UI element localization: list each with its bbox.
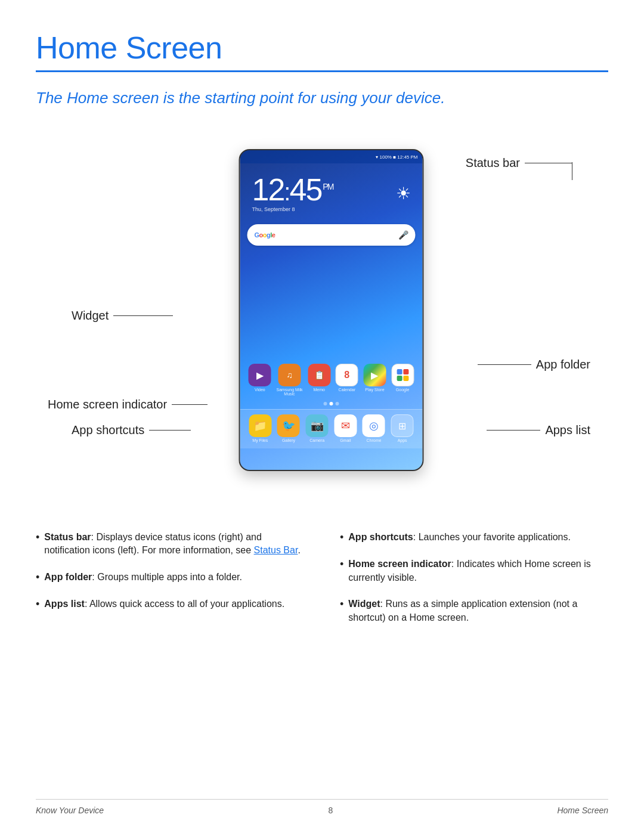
phone-status-bar: ▾ 100% ■ 12:45 PM — [240, 150, 423, 163]
app-folder-line — [478, 364, 531, 365]
app-folder-annotation-label: App folder — [536, 358, 590, 371]
status-bar-link[interactable]: Status Bar — [254, 545, 298, 555]
music-label: Samsung Milk Music — [276, 388, 302, 396]
phone-dock: 📁 My Files 🐦 Gallery 📷 Camera — [240, 409, 423, 448]
home-indicator-annotation-label: Home screen indicator — [48, 398, 167, 411]
dock-apps[interactable]: ⊞ Apps — [391, 414, 414, 442]
phone-mockup: ▾ 100% ■ 12:45 PM 12:45PM Thu, September… — [239, 149, 424, 471]
bullet-home-indicator-term: Home screen indicator — [348, 559, 451, 569]
footer-right: Home Screen — [557, 806, 608, 815]
video-label: Video — [255, 388, 265, 392]
google-logo: Google — [255, 231, 275, 239]
bullet-widget: • Widget: Runs as a simple application e… — [340, 597, 608, 624]
status-bar-text: ▾ 100% ■ 12:45 PM — [376, 154, 417, 160]
home-screen-dots — [240, 398, 423, 409]
memo-label: Memo — [313, 388, 324, 392]
widget-line — [113, 315, 173, 316]
bullet-col-right: • App shortcuts: Launches your favorite … — [340, 531, 608, 624]
home-indicator-line — [172, 404, 208, 405]
phone-weather-icon: ☀ — [396, 184, 411, 203]
status-bar-annotation-label: Status bar — [466, 156, 520, 170]
bullet-home-indicator: • Home screen indicator: Indicates which… — [340, 558, 608, 584]
calendar-icon: 8 — [336, 364, 358, 386]
clock-pm: PM — [323, 182, 333, 191]
annotation-apps-list: Apps list — [487, 423, 590, 437]
app-memo[interactable]: 📋 Memo — [308, 364, 330, 396]
phone-clock-area: 12:45PM Thu, September 8 ☀ — [240, 163, 423, 218]
bullet-app-folder: • App folder: Groups multiple apps into … — [36, 571, 304, 584]
playstore-label: Play Store — [365, 388, 384, 392]
music-icon: ♫ — [278, 364, 301, 386]
bullet-apps-list-term: Apps list — [44, 599, 85, 609]
bullet-status-bar-term: Status bar — [44, 532, 91, 542]
apps-row: ▶ Video ♫ Samsung Milk Music 📋 Memo — [240, 359, 423, 398]
status-bar-line-v — [572, 162, 572, 180]
bullet-app-folder-term: App folder — [44, 572, 92, 582]
bullet-apps-list: • Apps list: Allows quick access to all … — [36, 597, 304, 611]
app-shortcuts-annotation-label: App shortcuts — [72, 423, 144, 437]
apps-list-line — [487, 430, 540, 431]
camera-label: Camera — [309, 438, 324, 442]
app-calendar[interactable]: 8 Calendar — [336, 364, 358, 396]
memo-icon: 📋 — [308, 364, 330, 386]
title-divider — [36, 70, 608, 72]
bullet-widget-term: Widget — [348, 599, 380, 609]
annotation-widget: Widget — [72, 309, 173, 323]
bullet-section: • Status bar: Displays device status ico… — [36, 531, 608, 624]
myfiles-icon: 📁 — [249, 414, 271, 437]
bullet-app-shortcuts: • App shortcuts: Launches your favorite … — [340, 531, 608, 544]
page-title: Home Screen — [36, 30, 608, 66]
dot-3 — [336, 402, 339, 405]
annotation-app-shortcuts: App shortcuts — [72, 423, 191, 437]
annotation-status-bar: Status bar — [466, 156, 572, 170]
camera-icon: 📷 — [306, 414, 329, 437]
app-playstore[interactable]: ▶ Play Store — [363, 364, 386, 396]
dock-myfiles[interactable]: 📁 My Files — [249, 414, 271, 442]
chrome-label: Chrome — [367, 438, 382, 442]
dock-chrome[interactable]: ◎ Chrome — [363, 414, 385, 442]
app-video[interactable]: ▶ Video — [249, 364, 271, 396]
diagram-container: ▾ 100% ■ 12:45 PM 12:45PM Thu, September… — [36, 131, 608, 501]
apps-list-annotation-label: Apps list — [545, 423, 590, 437]
bullet-app-shortcuts-term: App shortcuts — [348, 532, 413, 542]
video-icon: ▶ — [249, 364, 271, 386]
phone-search-widget[interactable]: Google 🎤 — [247, 224, 416, 246]
app-music[interactable]: ♫ Samsung Milk Music — [276, 364, 302, 396]
dock-camera[interactable]: 📷 Camera — [306, 414, 329, 442]
gmail-label: Gmail — [340, 438, 351, 442]
bullet-col-left: • Status bar: Displays device status ico… — [36, 531, 304, 624]
phone-middle-area — [240, 252, 423, 347]
status-bar-line — [525, 163, 572, 163]
google-folder-icon — [391, 364, 414, 386]
annotation-app-folder: App folder — [478, 358, 590, 371]
calendar-label: Calendar — [339, 388, 355, 392]
phone-clock: 12:45PM — [252, 174, 333, 205]
dock-gmail[interactable]: ✉ Gmail — [334, 414, 357, 442]
footer-left: Know Your Device — [36, 806, 104, 815]
playstore-icon: ▶ — [363, 364, 386, 386]
apps-list-icon: ⊞ — [391, 414, 414, 437]
widget-annotation-label: Widget — [72, 309, 109, 323]
page-subtitle: The Home screen is the starting point fo… — [36, 89, 608, 107]
app-shortcuts-line — [149, 430, 191, 431]
page-container: Home Screen The Home screen is the start… — [0, 0, 644, 833]
gallery-label: Gallery — [282, 438, 295, 442]
dot-2-active — [330, 402, 333, 405]
footer-center: 8 — [328, 806, 333, 815]
google-folder-label: Google — [396, 388, 410, 392]
bullet-status-bar: • Status bar: Displays device status ico… — [36, 531, 304, 558]
dock-gallery[interactable]: 🐦 Gallery — [277, 414, 300, 442]
apps-list-label-dock: Apps — [398, 438, 407, 442]
chrome-icon: ◎ — [363, 414, 385, 437]
annotation-home-indicator: Home screen indicator — [48, 398, 208, 411]
app-google-folder[interactable]: Google — [391, 364, 414, 396]
phone-date: Thu, September 8 — [252, 206, 333, 212]
mic-icon[interactable]: 🎤 — [398, 230, 408, 240]
gallery-icon: 🐦 — [277, 414, 300, 437]
myfiles-label: My Files — [252, 438, 268, 442]
page-footer: Know Your Device 8 Home Screen — [36, 799, 608, 815]
dot-1 — [324, 402, 327, 405]
gmail-icon: ✉ — [334, 414, 357, 437]
